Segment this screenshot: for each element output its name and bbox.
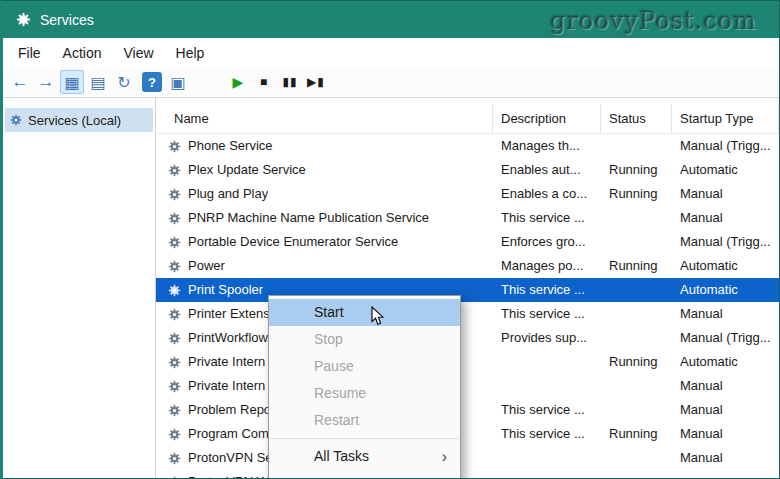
service-gear-icon <box>168 188 181 201</box>
restart-service-icon[interactable]: ▶▮ <box>304 70 328 94</box>
service-name-cell: Plex Update Service <box>156 158 493 182</box>
service-description: Manages th... <box>493 134 601 158</box>
service-status <box>601 446 672 470</box>
menu-help[interactable]: Help <box>165 41 216 65</box>
back-icon[interactable]: ← <box>8 70 32 94</box>
service-gear-icon <box>168 452 181 465</box>
service-gear-icon <box>168 164 181 177</box>
service-startup-type: Manual <box>672 374 779 398</box>
service-name-cell: Power <box>156 254 493 278</box>
service-startup-type: Manual <box>672 206 779 230</box>
context-menu-item-label: Restart <box>314 412 359 428</box>
column-header-description[interactable]: Description <box>493 104 601 133</box>
context-menu-item-restart: Restart <box>269 407 460 434</box>
service-name: PNRP Machine Name Publication Service <box>188 206 429 230</box>
service-status: Running <box>601 254 672 278</box>
refresh-icon[interactable]: ↻ <box>112 70 136 94</box>
service-row-printer-extens[interactable]: Printer ExtensThis service ...Manual <box>156 302 779 326</box>
column-header-status[interactable]: Status <box>601 104 672 133</box>
services-table: Phone ServiceManages th...Manual (Trigg.… <box>156 134 779 478</box>
menu-action[interactable]: Action <box>52 41 113 65</box>
service-row-problem-repo[interactable]: Problem RepoThis service ...Manual <box>156 398 779 422</box>
context-menu-item-pause: Pause <box>269 353 460 380</box>
service-name: Phone Service <box>188 134 273 158</box>
context-menu-item-label: Start <box>314 304 344 320</box>
services-list-pane: Name Description Status Startup Type Pho… <box>156 98 779 478</box>
title-bar[interactable]: Services groovyPost.com <box>3 1 779 38</box>
service-description <box>493 470 601 478</box>
pause-service-icon[interactable]: ▮▮ <box>278 70 302 94</box>
service-status <box>601 374 672 398</box>
service-row-print-spooler[interactable]: Print SpoolerThis service ...Automatic <box>156 278 779 302</box>
service-gear-icon <box>168 308 181 321</box>
service-startup-type: Manual <box>672 398 779 422</box>
service-startup-type: Automatic <box>672 158 779 182</box>
service-status: Running <box>601 422 672 446</box>
stop-service-icon[interactable]: ■ <box>252 70 276 94</box>
service-row-pnrp-machine-name-publication-service[interactable]: PNRP Machine Name Publication ServiceThi… <box>156 206 779 230</box>
service-name: Plex Update Service <box>188 158 306 182</box>
service-status: Running <box>601 182 672 206</box>
help-icon[interactable]: ? <box>142 72 162 92</box>
service-row-plug-and-play[interactable]: Plug and PlayEnables a co...RunningManua… <box>156 182 779 206</box>
service-gear-icon <box>168 212 181 225</box>
sidebar: Services (Local) <box>3 98 156 478</box>
service-gear-icon <box>168 404 181 417</box>
service-row-phone-service[interactable]: Phone ServiceManages th...Manual (Trigg.… <box>156 134 779 158</box>
context-menu-item-start[interactable]: Start <box>269 299 460 326</box>
service-row-private-intern[interactable]: Private InternManual <box>156 374 779 398</box>
service-description: Manages po... <box>493 254 601 278</box>
services-window: Services groovyPost.com FileActionViewHe… <box>0 0 780 479</box>
service-row-plex-update-service[interactable]: Plex Update ServiceEnables aut...Running… <box>156 158 779 182</box>
service-name: ProtonVPN W <box>188 470 269 478</box>
service-name: Plug and Play <box>188 182 268 206</box>
service-startup-type: Manual <box>672 302 779 326</box>
service-description: Enforces gro... <box>493 230 601 254</box>
service-description: This service ... <box>493 398 601 422</box>
context-menu-item-label: Resume <box>314 385 366 401</box>
service-status <box>601 278 672 302</box>
service-description: This service ... <box>493 278 601 302</box>
menu-bar: FileActionViewHelp <box>3 38 779 67</box>
show-console-tree-icon[interactable]: ▦ <box>60 70 84 94</box>
service-row-protonvpn-w[interactable]: ProtonVPN W <box>156 470 779 478</box>
service-name: Printer Extens <box>188 302 270 326</box>
context-menu: StartStopPauseResumeRestartAll Tasks› <box>268 295 461 479</box>
service-row-program-com[interactable]: Program ComThis service ...RunningManual <box>156 422 779 446</box>
service-status <box>601 398 672 422</box>
service-row-portable-device-enumerator-service[interactable]: Portable Device Enumerator ServiceEnforc… <box>156 230 779 254</box>
service-name: Portable Device Enumerator Service <box>188 230 398 254</box>
context-menu-item-all-tasks[interactable]: All Tasks› <box>269 443 460 470</box>
context-menu-item-label: Pause <box>314 358 354 374</box>
menu-view[interactable]: View <box>112 41 164 65</box>
service-row-power[interactable]: PowerManages po...RunningAutomatic <box>156 254 779 278</box>
export-list-icon[interactable]: ▤ <box>86 70 110 94</box>
watermark: groovyPost.com <box>550 7 757 35</box>
properties-icon[interactable]: ▣ <box>166 70 190 94</box>
context-menu-item-label: Stop <box>314 331 343 347</box>
services-local-icon <box>10 114 22 126</box>
service-description: Enables aut... <box>493 158 601 182</box>
service-name: Private Intern <box>188 374 265 398</box>
column-header-startup-type[interactable]: Startup Type <box>672 104 779 133</box>
service-status <box>601 326 672 350</box>
service-row-private-intern[interactable]: Private InternRunningAutomatic <box>156 350 779 374</box>
forward-icon[interactable]: → <box>34 70 58 94</box>
service-description: This service ... <box>493 422 601 446</box>
service-status <box>601 134 672 158</box>
menu-separator <box>271 438 458 439</box>
service-row-protonvpn-se[interactable]: ProtonVPN SeManual <box>156 446 779 470</box>
service-description: Provides sup... <box>493 326 601 350</box>
start-service-icon[interactable]: ▶ <box>226 70 250 94</box>
service-name-cell: Portable Device Enumerator Service <box>156 230 493 254</box>
service-startup-type: Automatic <box>672 278 779 302</box>
service-description: Enables a co... <box>493 182 601 206</box>
service-startup-type: Manual <box>672 446 779 470</box>
menu-file[interactable]: File <box>7 41 52 65</box>
service-name: ProtonVPN Se <box>188 446 273 470</box>
service-name: Power <box>188 254 225 278</box>
service-row-printworkflow[interactable]: PrintWorkflowProvides sup...Manual (Trig… <box>156 326 779 350</box>
column-header-name[interactable]: Name <box>156 104 493 133</box>
context-menu-item-stop: Stop <box>269 326 460 353</box>
sidebar-item-services-local[interactable]: Services (Local) <box>5 108 153 132</box>
